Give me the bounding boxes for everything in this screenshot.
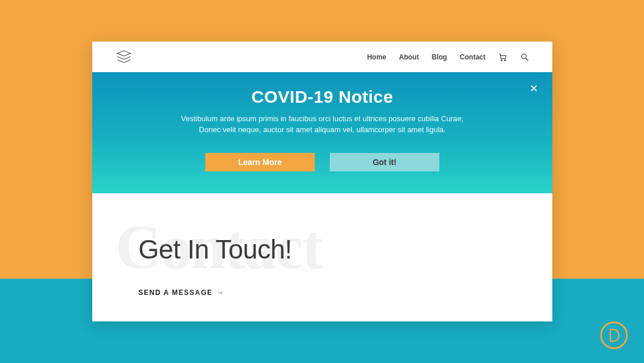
page-title: Get In Touch! — [138, 234, 506, 265]
close-icon[interactable] — [528, 83, 540, 94]
svg-point-2 — [522, 54, 526, 58]
site-logo-icon[interactable] — [115, 48, 133, 66]
nav-link-about[interactable]: About — [399, 53, 419, 61]
notice-button-row: Learn More Got it! — [125, 153, 520, 171]
notice-body: Vestibulum ante ipsum primis in faucibus… — [178, 114, 466, 136]
svg-line-3 — [526, 58, 528, 61]
svg-point-1 — [504, 59, 506, 61]
site-header: Home About Blog Contact — [92, 42, 552, 72]
nav-link-home[interactable]: Home — [367, 53, 386, 61]
covid-notice-banner: COVID-19 Notice Vestibulum ante ipsum pr… — [92, 72, 552, 193]
notice-title: COVID-19 Notice — [125, 87, 520, 107]
nav-link-contact[interactable]: Contact — [460, 53, 485, 61]
svg-point-0 — [501, 59, 502, 61]
divi-badge-icon — [600, 321, 628, 349]
send-message-link[interactable]: SEND A MESSAGE → — [138, 288, 224, 297]
cta-label: SEND A MESSAGE — [138, 289, 213, 297]
search-icon[interactable] — [520, 53, 529, 62]
learn-more-button[interactable]: Learn More — [205, 153, 315, 171]
website-page: Home About Blog Contact — [92, 42, 552, 321]
hero-section: Contact Get In Touch! SEND A MESSAGE → — [92, 193, 552, 321]
nav-link-blog[interactable]: Blog — [432, 53, 447, 61]
preview-frame: Home About Blog Contact — [0, 0, 644, 363]
arrow-right-icon: → — [216, 288, 225, 297]
got-it-button[interactable]: Got it! — [330, 153, 439, 171]
cart-icon[interactable] — [498, 53, 507, 62]
main-nav: Home About Blog Contact — [367, 53, 529, 62]
